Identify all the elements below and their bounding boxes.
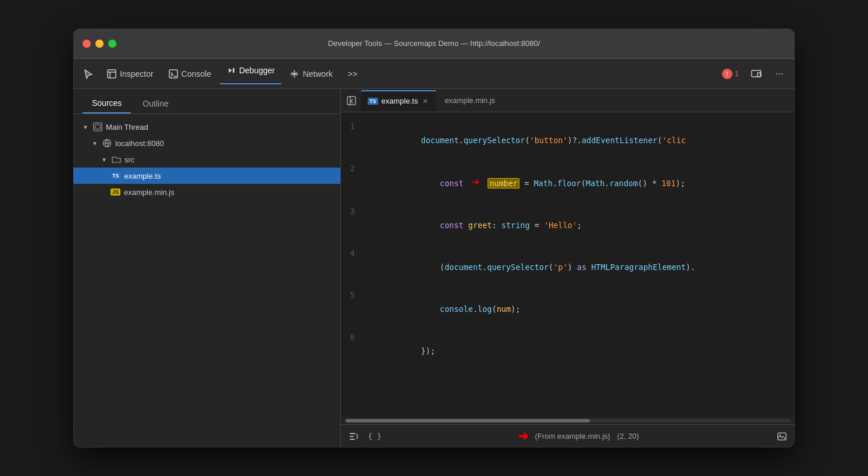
braces-label: { } xyxy=(368,432,381,441)
code-line-6: 6 }); xyxy=(341,330,795,372)
cursor-icon xyxy=(83,69,94,79)
svg-rect-1 xyxy=(169,70,177,78)
line-num-2: 2 xyxy=(341,161,364,175)
line-content-1: document.querySelector('button')?.addEve… xyxy=(364,119,795,161)
status-bar: { } ➜ (From example.min.js) (2, 20) xyxy=(341,424,795,447)
svg-rect-3 xyxy=(752,70,761,77)
code-tab-label-minjs: example.min.js xyxy=(444,96,495,105)
svg-rect-13 xyxy=(778,433,786,440)
svg-rect-11 xyxy=(350,436,354,437)
status-arrow-icon: ➜ xyxy=(518,429,528,444)
horizontal-scrollbar[interactable] xyxy=(341,417,795,424)
code-tabs: TS example.ts ✕ example.min.js xyxy=(341,89,795,112)
console-tab[interactable]: Console xyxy=(162,63,218,84)
tree-label-src: src xyxy=(124,155,134,164)
code-line-1: 1 document.querySelector('button')?.addE… xyxy=(341,119,795,161)
line-content-3: const greet: string = 'Hello'; xyxy=(364,204,795,246)
source-coords-text: (2, 20) xyxy=(617,432,639,441)
tree-label-example-ts: example.ts xyxy=(124,172,161,180)
line-content-2: const ➜ number = Math.floor(Math.random(… xyxy=(364,161,795,204)
svg-rect-6 xyxy=(95,125,100,129)
sidebar: Sources Outline ▼ Main Thread ▼ xyxy=(73,89,341,447)
tree-item-localhost[interactable]: ▼ localhost:8080 xyxy=(73,135,340,151)
responsive-button[interactable] xyxy=(746,63,767,84)
code-tab-label-ts: example.ts xyxy=(382,97,418,105)
svg-rect-10 xyxy=(350,433,355,434)
js-badge: JS xyxy=(111,189,120,196)
scrollbar-track[interactable] xyxy=(346,419,790,422)
folder-icon xyxy=(112,155,121,164)
tab-outline[interactable]: Outline xyxy=(133,94,177,113)
maximize-button[interactable] xyxy=(108,40,116,48)
console-label: Console xyxy=(182,69,211,79)
line-content-4: (document.querySelector('p') as HTMLPara… xyxy=(364,246,795,288)
ts-badge: TS xyxy=(111,172,121,179)
error-dot: ! xyxy=(722,69,732,79)
format-button[interactable] xyxy=(346,428,362,445)
devtools-window: Developer Tools — Sourcemaps Demo — http… xyxy=(73,29,795,447)
code-line-5: 5 console.log(num); xyxy=(341,288,795,330)
tree-item-example-min-js[interactable]: JS example.min.js xyxy=(73,184,340,200)
svg-rect-4 xyxy=(757,73,760,77)
tree-label-example-min-js: example.min.js xyxy=(124,188,175,197)
line-num-1: 1 xyxy=(341,119,364,133)
collapse-icon xyxy=(347,96,356,105)
line-content-5: console.log(num); xyxy=(364,288,795,330)
close-tab-button[interactable]: ✕ xyxy=(421,97,429,105)
tree-arrow-localhost: ▼ xyxy=(92,140,99,147)
error-count: 1 xyxy=(735,69,739,78)
code-tab-example-ts[interactable]: TS example.ts ✕ xyxy=(361,90,436,111)
more-tabs-button[interactable]: >> xyxy=(341,63,364,84)
more-options-button[interactable]: ··· xyxy=(769,63,790,84)
tree-item-main-thread[interactable]: ▼ Main Thread xyxy=(73,119,340,135)
format-icon xyxy=(349,432,358,441)
inspector-label: Inspector xyxy=(120,69,154,79)
collapse-sidebar-button[interactable] xyxy=(343,93,360,109)
responsive-icon xyxy=(751,69,762,79)
network-icon xyxy=(290,69,299,79)
toolbar-right: ! 1 ··· xyxy=(717,63,790,84)
error-badge[interactable]: ! 1 xyxy=(717,66,744,81)
svg-rect-5 xyxy=(94,123,102,131)
code-line-3: 3 const greet: string = 'Hello'; xyxy=(341,204,795,246)
code-panel: TS example.ts ✕ example.min.js 1 documen… xyxy=(341,89,795,447)
file-tree: ▼ Main Thread ▼ localhost:8080 xyxy=(73,114,340,447)
sidebar-tabs: Sources Outline xyxy=(73,89,340,114)
tree-item-src[interactable]: ▼ src xyxy=(73,151,340,168)
tree-arrow-main-thread: ▼ xyxy=(83,124,90,130)
line-content-6: }); xyxy=(364,330,795,372)
minimize-button[interactable] xyxy=(95,40,104,48)
cursor-tool-button[interactable] xyxy=(78,63,99,84)
code-line-4: 4 (document.querySelector('p') as HTMLPa… xyxy=(341,246,795,288)
image-button[interactable] xyxy=(774,428,790,445)
main-content: Sources Outline ▼ Main Thread ▼ xyxy=(73,89,795,447)
console-icon xyxy=(169,69,178,79)
inspector-tab[interactable]: Inspector xyxy=(100,63,161,84)
scrollbar-thumb[interactable] xyxy=(346,419,590,422)
debugger-tab[interactable]: Debugger xyxy=(219,63,282,84)
tree-item-example-ts[interactable]: TS example.ts xyxy=(73,168,340,184)
code-tab-example-min-js[interactable]: example.min.js xyxy=(437,90,502,111)
globe-icon xyxy=(102,138,112,148)
svg-rect-2 xyxy=(233,68,234,73)
line-num-6: 6 xyxy=(341,330,364,344)
window-controls xyxy=(83,40,116,48)
inspector-icon xyxy=(107,69,116,79)
window-title: Developer Tools — Sourcemaps Demo — http… xyxy=(328,39,540,48)
svg-rect-12 xyxy=(350,439,355,440)
tree-label-localhost: localhost:8080 xyxy=(115,139,164,148)
status-center: ➜ (From example.min.js) (2, 20) xyxy=(387,429,769,444)
thread-icon xyxy=(93,122,102,132)
source-file-text: (From example.min.js) xyxy=(535,432,610,441)
code-line-2: 2 const ➜ number = Math.floor(Math.rando… xyxy=(341,161,795,204)
debugger-label: Debugger xyxy=(239,66,275,75)
network-tab[interactable]: Network xyxy=(283,63,339,84)
ts-tab-badge: TS xyxy=(368,98,378,105)
tree-arrow-src: ▼ xyxy=(101,157,108,163)
close-button[interactable] xyxy=(83,40,91,48)
line-num-3: 3 xyxy=(341,204,364,218)
code-editor[interactable]: 1 document.querySelector('button')?.addE… xyxy=(341,112,795,417)
tab-sources[interactable]: Sources xyxy=(83,94,131,113)
tree-label-main-thread: Main Thread xyxy=(106,123,148,132)
braces-button[interactable]: { } xyxy=(367,428,383,445)
